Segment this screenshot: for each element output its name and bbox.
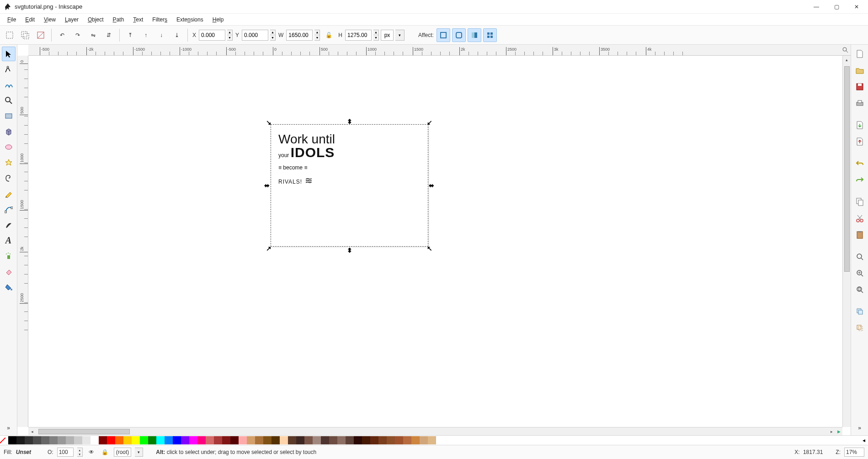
w-spinner[interactable]: ▲▼: [314, 30, 320, 41]
cut-button[interactable]: [853, 211, 867, 226]
palette-menu-icon[interactable]: ◂: [860, 437, 868, 443]
swatch[interactable]: [370, 436, 378, 444]
swatch[interactable]: [181, 436, 189, 444]
swatch[interactable]: [313, 436, 321, 444]
affect-gradient-button[interactable]: [468, 28, 481, 42]
flip-vertical-button[interactable]: ⇵: [102, 28, 116, 42]
swatch[interactable]: [239, 436, 247, 444]
menu-path[interactable]: Path: [109, 16, 128, 24]
swatch[interactable]: [337, 436, 346, 444]
menu-file[interactable]: FFileile: [4, 16, 20, 24]
rectangle-tool[interactable]: [2, 109, 16, 123]
swatch[interactable]: [91, 436, 99, 444]
pencil-tool[interactable]: [2, 186, 16, 201]
import-button[interactable]: [853, 118, 867, 132]
swatch[interactable]: [123, 436, 132, 444]
swatch[interactable]: [255, 436, 263, 444]
select-all-button[interactable]: [3, 28, 16, 42]
flip-horizontal-button[interactable]: ⇋: [86, 28, 100, 42]
swatch[interactable]: [33, 436, 41, 444]
bezier-tool[interactable]: [2, 202, 16, 216]
spiral-tool[interactable]: [2, 171, 16, 185]
unit-select[interactable]: px: [381, 30, 394, 41]
duplicate-button[interactable]: [853, 304, 867, 319]
unit-dropdown-button[interactable]: ▾: [395, 30, 405, 41]
zoom-drawing-button[interactable]: [853, 266, 867, 280]
swatch[interactable]: [354, 436, 362, 444]
x-input[interactable]: 0.000: [199, 30, 225, 41]
swatch[interactable]: [156, 436, 165, 444]
star-tool[interactable]: [2, 155, 16, 170]
swatch[interactable]: [74, 436, 82, 444]
swatch[interactable]: [329, 436, 337, 444]
swatch[interactable]: [189, 436, 197, 444]
menu-layer[interactable]: Layer: [61, 16, 82, 24]
layer-visibility-icon[interactable]: 👁: [86, 447, 96, 457]
zoom-tool[interactable]: [2, 93, 16, 108]
zoom-page-button[interactable]: [853, 282, 867, 297]
tweak-tool[interactable]: [2, 78, 16, 92]
handle-ne[interactable]: ↙: [427, 120, 432, 125]
swatch[interactable]: [420, 436, 428, 444]
swatch[interactable]: [428, 436, 436, 444]
horizontal-ruler[interactable]: -500-2k-1500-1000-5000500100015002k25003…: [28, 45, 842, 56]
handle-w[interactable]: ⬌: [264, 183, 270, 188]
swatch[interactable]: [82, 436, 91, 444]
handle-s[interactable]: ⬍: [347, 248, 352, 253]
spray-tool[interactable]: [2, 248, 16, 263]
affect-pattern-button[interactable]: [483, 28, 497, 42]
deselect-button[interactable]: [34, 28, 48, 42]
swatch[interactable]: [272, 436, 280, 444]
ellipse-tool[interactable]: [2, 140, 16, 154]
swatch[interactable]: [387, 436, 395, 444]
swatch[interactable]: [230, 436, 239, 444]
swatch[interactable]: [49, 436, 58, 444]
swatch[interactable]: [99, 436, 107, 444]
print-button[interactable]: [853, 96, 867, 111]
menu-extensions[interactable]: Extensions: [173, 16, 207, 24]
swatch[interactable]: [115, 436, 123, 444]
paste-button[interactable]: [853, 227, 867, 242]
swatch[interactable]: [140, 436, 148, 444]
vertical-scrollbar[interactable]: ▴: [842, 56, 851, 427]
swatch[interactable]: [222, 436, 230, 444]
swatch[interactable]: [288, 436, 296, 444]
layer-select[interactable]: (root): [114, 448, 132, 457]
toolbox-expand-icon[interactable]: »: [2, 421, 16, 435]
menu-view[interactable]: View: [40, 16, 59, 24]
new-doc-button[interactable]: [853, 47, 867, 61]
swatch[interactable]: [378, 436, 387, 444]
menu-filters[interactable]: Filters: [149, 16, 171, 24]
menu-help[interactable]: Help: [209, 16, 228, 24]
selected-object[interactable]: Work until your IDOLS ≡ become ≡ RIVALS!…: [271, 124, 428, 247]
swatch[interactable]: [263, 436, 272, 444]
menu-text[interactable]: Text: [129, 16, 147, 24]
calligraphy-tool[interactable]: [2, 217, 16, 232]
swatch[interactable]: [165, 436, 173, 444]
layer-lock-icon[interactable]: 🔒: [100, 447, 110, 457]
swatch[interactable]: [247, 436, 255, 444]
handle-sw[interactable]: ↗: [266, 246, 272, 251]
swatch[interactable]: [66, 436, 74, 444]
menu-edit[interactable]: Edit: [21, 16, 38, 24]
swatch[interactable]: [58, 436, 66, 444]
h-input[interactable]: 1275.00: [345, 30, 372, 41]
eraser-tool[interactable]: [2, 264, 16, 279]
swatch[interactable]: [395, 436, 403, 444]
y-spinner[interactable]: ▲▼: [270, 30, 276, 41]
lower-bottom-button[interactable]: ⤓: [170, 28, 184, 42]
swatch[interactable]: [214, 436, 222, 444]
rotate-ccw-button[interactable]: ↶: [55, 28, 69, 42]
horizontal-scrollbar[interactable]: ◂ ▸ ▶: [28, 427, 842, 435]
maximize-button[interactable]: ▢: [831, 2, 841, 12]
3dbox-tool[interactable]: [2, 124, 16, 139]
h-spinner[interactable]: ▲▼: [373, 30, 379, 41]
copy-button[interactable]: [853, 195, 867, 209]
node-tool[interactable]: [2, 62, 16, 77]
commands-expand-icon[interactable]: »: [853, 421, 867, 435]
paintbucket-tool[interactable]: [2, 280, 16, 294]
raise-button[interactable]: ↑: [139, 28, 153, 42]
opacity-spinner[interactable]: ▲▼: [77, 448, 83, 457]
canvas[interactable]: Work until your IDOLS ≡ become ≡ RIVALS!…: [28, 56, 842, 427]
swatch[interactable]: [321, 436, 329, 444]
